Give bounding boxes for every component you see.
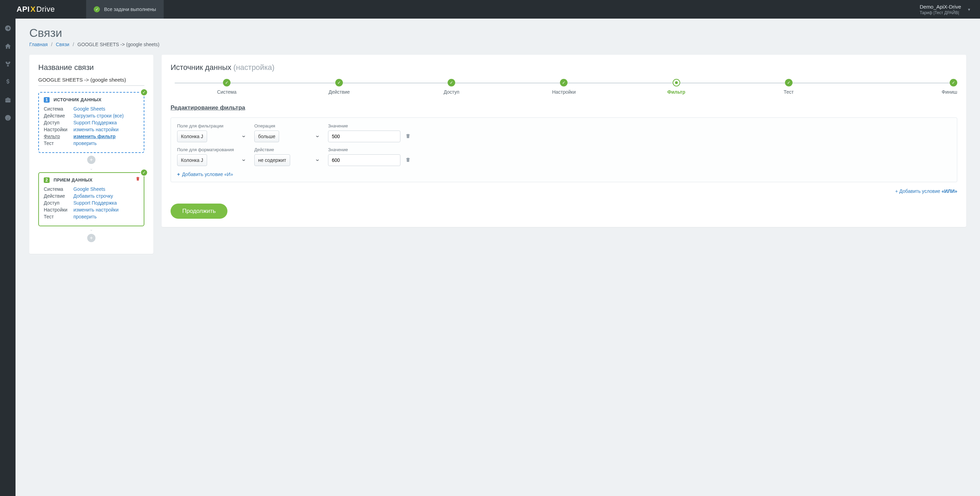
connection-name-input[interactable] (38, 75, 145, 86)
source-row: Настройкиизменить настройки (44, 127, 139, 132)
breadcrumb: Главная / Связи / GOOGLE SHEETS -> (goog… (29, 42, 966, 47)
dest-test-link[interactable]: проверить (73, 214, 97, 219)
rail-connections-icon[interactable] (0, 59, 16, 70)
dest-row: СистемаGoogle Sheets (44, 186, 139, 192)
filter-op-select[interactable]: не содержит (254, 154, 290, 166)
brand-part2: Drive (36, 5, 55, 13)
continue-button[interactable]: Продолжить (170, 203, 228, 219)
source-row: Фильтризменить фильтр (44, 134, 139, 139)
check-icon: ✓ (950, 79, 957, 86)
brand-x: X (30, 5, 36, 13)
field-label: Поле для форматирования (177, 147, 250, 152)
check-icon: ✓ (140, 89, 148, 96)
chevron-down-icon: ⌄ (38, 166, 145, 171)
account-tariff: Тариф |Тест ДРАЙВ| (920, 10, 961, 15)
add-and-condition[interactable]: +Добавить условие «И» (177, 172, 233, 177)
crumb-current: GOOGLE SHEETS -> (google sheets) (78, 42, 159, 47)
rail-billing-icon[interactable] (0, 76, 16, 87)
filter-panel: Поле для фильтрации Колонка J Операция б… (170, 118, 957, 182)
step-system[interactable]: ✓Система (170, 79, 283, 95)
dest-row: Тестпроверить (44, 214, 139, 219)
check-icon: ✓ (94, 6, 100, 13)
source-row: Тестпроверить (44, 140, 139, 146)
add-or-condition[interactable]: + Добавить условие «ИЛИ» (170, 188, 957, 194)
dest-badge: 2 (44, 177, 49, 183)
check-icon: ✓ (223, 79, 231, 86)
dest-rows: СистемаGoogle Sheets ДействиеДобавить ст… (44, 186, 139, 219)
dest-action-link[interactable]: Добавить строчку (73, 193, 113, 199)
source-access-link[interactable]: Support Поддержка (73, 120, 117, 126)
page-title: Связи (29, 26, 966, 40)
settings-headline: Источник данных (настройка) (170, 63, 957, 72)
source-filter-link[interactable]: изменить фильтр (73, 134, 115, 139)
source-row: ДоступSupport Поддержка (44, 120, 139, 126)
destination-block: ✓ 2 ПРИЕМ ДАННЫХ СистемаGoogle Sheets Де… (38, 172, 145, 226)
chevron-down-icon: ⌄ (38, 227, 145, 232)
source-test-link[interactable]: проверить (73, 140, 97, 146)
source-system-link[interactable]: Google Sheets (73, 106, 105, 111)
source-title: ИСТОЧНИК ДАННЫХ (54, 97, 102, 102)
source-action-link[interactable]: Загрузить строки (все) (73, 113, 124, 119)
filter-value-input[interactable] (328, 130, 401, 142)
check-icon: ✓ (560, 79, 568, 86)
step-filter[interactable]: Фильтр (620, 79, 733, 95)
add-destination-button[interactable]: + (87, 234, 95, 242)
source-badge: 1 (44, 97, 49, 103)
step-test[interactable]: ✓Тест (733, 79, 845, 95)
filter-op-select[interactable]: больше (254, 130, 279, 142)
current-step-icon (673, 79, 680, 86)
tasks-status-text: Все задачи выполнены (104, 6, 156, 12)
check-icon: ✓ (448, 79, 455, 86)
delete-destination-button[interactable] (135, 176, 140, 182)
check-icon: ✓ (335, 79, 343, 86)
filter-section-title: Редактирование фильтра (170, 104, 957, 111)
check-icon: ✓ (140, 169, 148, 176)
action-label: Действие (254, 147, 323, 152)
rail-enter-icon[interactable] (0, 23, 16, 34)
brand-part1: API (16, 5, 30, 13)
delete-condition-button[interactable] (405, 133, 411, 142)
rail-help-icon[interactable] (0, 112, 16, 123)
dest-system-link[interactable]: Google Sheets (73, 186, 105, 192)
operation-label: Операция (254, 123, 323, 129)
source-rows: СистемаGoogle Sheets ДействиеЗагрузить с… (44, 106, 139, 146)
dest-row: ДействиеДобавить строчку (44, 193, 139, 199)
rail-home-icon[interactable] (0, 41, 16, 52)
connection-heading: Название связи (38, 63, 145, 72)
chevron-down-icon: ▾ (968, 7, 970, 12)
filter-value-input[interactable] (328, 154, 401, 166)
field-label: Поле для фильтрации (177, 123, 250, 129)
step-action[interactable]: ✓Действие (283, 79, 395, 95)
account-menu[interactable]: Demo_ApiX-Drive Тариф |Тест ДРАЙВ| ▾ (920, 4, 980, 15)
settings-card: Источник данных (настройка) ✓Система ✓Де… (162, 55, 966, 227)
topbar: APIXDrive ✓ Все задачи выполнены Demo_Ap… (0, 0, 980, 19)
filter-field-select[interactable]: Колонка J (177, 154, 207, 166)
connection-card: Название связи ✓ 1 ИСТОЧНИК ДАННЫХ Систе… (29, 55, 153, 254)
rail-briefcase-icon[interactable] (0, 94, 16, 105)
source-row: ДействиеЗагрузить строки (все) (44, 113, 139, 119)
dest-settings-link[interactable]: изменить настройки (73, 207, 119, 213)
stepper: ✓Система ✓Действие ✓Доступ ✓Настройки Фи… (170, 79, 957, 95)
step-settings[interactable]: ✓Настройки (508, 79, 620, 95)
add-between-button[interactable]: + (87, 156, 95, 164)
source-block: ✓ 1 ИСТОЧНИК ДАННЫХ СистемаGoogle Sheets… (38, 92, 145, 153)
source-row: СистемаGoogle Sheets (44, 106, 139, 111)
plus-icon: + (895, 188, 899, 194)
source-settings-link[interactable]: изменить настройки (73, 127, 119, 132)
dest-access-link[interactable]: Support Поддержка (73, 200, 117, 206)
delete-condition-button[interactable] (405, 157, 411, 166)
tasks-status: ✓ Все задачи выполнены (86, 0, 164, 19)
step-access[interactable]: ✓Доступ (395, 79, 508, 95)
filter-row: Поле для форматирования Колонка J Действ… (177, 147, 951, 166)
crumb-links[interactable]: Связи (56, 42, 69, 47)
filter-field-select[interactable]: Колонка J (177, 130, 207, 142)
dest-row: ДоступSupport Поддержка (44, 200, 139, 206)
page-body: Связи Главная / Связи / GOOGLE SHEETS ->… (16, 19, 980, 496)
crumb-home[interactable]: Главная (29, 42, 48, 47)
value-label: Значение (328, 147, 401, 152)
step-finish[interactable]: ✓Финиш (845, 79, 957, 95)
filter-row: Поле для фильтрации Колонка J Операция б… (177, 123, 951, 142)
brand-logo[interactable]: APIXDrive (0, 5, 86, 14)
account-name: Demo_ApiX-Drive (920, 4, 961, 10)
plus-icon: + (177, 172, 180, 177)
